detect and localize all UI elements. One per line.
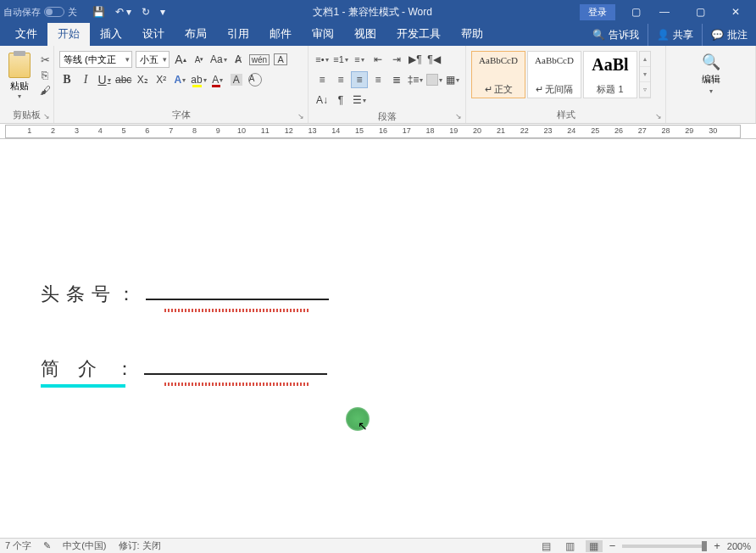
- decrease-indent-button[interactable]: ⇤: [370, 51, 386, 68]
- snap-to-grid-button[interactable]: ☰▾: [351, 92, 368, 109]
- clipboard-launcher-icon[interactable]: ↘: [42, 111, 52, 121]
- doc-line-1[interactable]: 头条号：: [41, 282, 329, 307]
- paste-button[interactable]: 粘贴 ▾: [5, 51, 34, 102]
- ruler-body[interactable]: 1234567891011121314151617181920212223242…: [5, 125, 741, 138]
- underline-field[interactable]: [144, 373, 327, 375]
- style-heading-1[interactable]: AaBl 标题 1: [583, 51, 637, 98]
- superscript-button[interactable]: X²: [153, 71, 169, 88]
- enclose-char-button[interactable]: A: [247, 71, 263, 88]
- zoom-percent[interactable]: 200%: [727, 541, 751, 551]
- tab-help[interactable]: 帮助: [451, 23, 493, 46]
- font-name-combo[interactable]: 等线 (中文正▾: [59, 51, 132, 68]
- spellcheck-status-icon[interactable]: ✎: [43, 540, 51, 551]
- login-button[interactable]: 登录: [580, 4, 615, 20]
- sort-button[interactable]: A↓: [314, 92, 331, 109]
- gallery-more-icon[interactable]: ▿: [640, 82, 650, 98]
- read-mode-button[interactable]: ▤: [538, 540, 555, 552]
- comments-button[interactable]: 💬 批注: [702, 24, 756, 46]
- underline-button[interactable]: U▾: [97, 71, 112, 88]
- rtl-button[interactable]: ¶◀: [425, 51, 442, 68]
- language-status[interactable]: 中文(中国): [63, 539, 106, 552]
- tab-insert[interactable]: 插入: [90, 23, 132, 46]
- styles-launcher-icon[interactable]: ↘: [653, 111, 664, 121]
- numbering-button[interactable]: ≡1▾: [332, 51, 349, 68]
- print-layout-button[interactable]: ▥: [562, 540, 579, 552]
- align-distribute-button[interactable]: ≣: [388, 71, 405, 88]
- shading-button[interactable]: ▾: [425, 71, 442, 88]
- tab-layout[interactable]: 布局: [175, 23, 217, 46]
- clear-format-button[interactable]: A̷: [231, 51, 246, 68]
- share-icon: 👤: [657, 29, 670, 41]
- share-button[interactable]: 👤 共享: [648, 24, 702, 46]
- ltr-button[interactable]: ▶¶: [407, 51, 424, 68]
- autosave-label: 自动保存: [3, 6, 41, 19]
- bullets-button[interactable]: ≡•▾: [314, 51, 331, 68]
- bold-button[interactable]: B: [59, 71, 75, 88]
- line-spacing-button[interactable]: ‡≡▾: [407, 71, 424, 88]
- tab-home[interactable]: 开始: [47, 23, 90, 46]
- style-no-spacing[interactable]: AaBbCcD ↵无间隔: [527, 51, 581, 98]
- zoom-out-button[interactable]: −: [609, 539, 616, 552]
- tab-design[interactable]: 设计: [132, 23, 175, 46]
- autosave-switch-icon[interactable]: [44, 7, 64, 17]
- tab-mailings[interactable]: 邮件: [259, 23, 302, 46]
- redo-icon[interactable]: ↻: [142, 6, 150, 18]
- tab-review[interactable]: 审阅: [302, 23, 344, 46]
- autosave-toggle[interactable]: 自动保存 关: [3, 6, 77, 19]
- align-center-button[interactable]: ≡: [332, 71, 349, 88]
- track-changes-status[interactable]: 修订: 关闭: [119, 539, 161, 552]
- subscript-button[interactable]: X₂: [135, 71, 150, 88]
- tab-view[interactable]: 视图: [344, 23, 386, 46]
- horizontal-ruler[interactable]: 1234567891011121314151617181920212223242…: [0, 124, 756, 139]
- maximize-button[interactable]: ▢: [683, 0, 717, 24]
- text-effects-button[interactable]: A▾: [172, 71, 187, 88]
- cut-icon[interactable]: ✂: [37, 53, 53, 66]
- word-count[interactable]: 7 个字: [5, 539, 31, 552]
- pinyin-guide-button[interactable]: wén: [249, 51, 270, 68]
- web-layout-button[interactable]: ▦: [586, 540, 603, 552]
- ribbon-display-options-icon[interactable]: ▢: [625, 2, 646, 22]
- gallery-down-icon[interactable]: ▾: [640, 67, 650, 82]
- italic-button[interactable]: I: [78, 71, 93, 88]
- close-button[interactable]: ✕: [719, 0, 753, 24]
- paragraph-launcher-icon[interactable]: ↘: [453, 111, 464, 121]
- align-left-button[interactable]: ≡: [314, 71, 331, 88]
- ruler-mark: 4: [98, 126, 103, 135]
- underline-field[interactable]: [146, 299, 329, 300]
- save-icon[interactable]: 💾: [92, 6, 105, 18]
- grow-font-button[interactable]: A▴: [173, 51, 188, 68]
- borders-button[interactable]: ▦▾: [444, 71, 461, 88]
- align-right-button[interactable]: ≡: [351, 71, 368, 88]
- undo-icon[interactable]: ↶ ▾: [115, 6, 131, 18]
- zoom-in-button[interactable]: +: [714, 539, 720, 552]
- minimize-button[interactable]: —: [648, 0, 681, 24]
- copy-icon[interactable]: ⎘: [37, 68, 53, 81]
- char-shading-button[interactable]: A: [229, 71, 244, 88]
- show-marks-button[interactable]: ¶: [332, 92, 349, 109]
- ruler-mark: 2: [51, 126, 55, 135]
- shrink-font-button[interactable]: A▾: [192, 51, 207, 68]
- font-size-combo[interactable]: 小五▾: [136, 51, 170, 68]
- font-launcher-icon[interactable]: ↘: [296, 111, 306, 121]
- multilevel-list-button[interactable]: ≡▾: [351, 51, 368, 68]
- doc-line-2[interactable]: 简 介 ：: [41, 356, 327, 382]
- align-justify-button[interactable]: ≡: [370, 71, 386, 88]
- zoom-slider[interactable]: [622, 545, 707, 548]
- char-border-button[interactable]: A: [273, 51, 288, 68]
- format-painter-icon[interactable]: 🖌: [37, 83, 53, 97]
- find-icon[interactable]: 🔍: [702, 53, 720, 71]
- tab-developer[interactable]: 开发工具: [386, 23, 451, 46]
- change-case-button[interactable]: Aa▾: [210, 51, 227, 68]
- highlight-button[interactable]: ab▾: [191, 71, 206, 88]
- tab-references[interactable]: 引用: [217, 23, 259, 46]
- document-area[interactable]: 头条号： 简 介 ： ↖: [0, 139, 756, 538]
- tell-me-search[interactable]: 🔍 告诉我: [584, 28, 648, 42]
- increase-indent-button[interactable]: ⇥: [388, 51, 405, 68]
- ruler-mark: 30: [709, 126, 717, 135]
- font-color-button[interactable]: A▾: [210, 71, 225, 88]
- strikethrough-button[interactable]: abc: [115, 71, 131, 88]
- tab-file[interactable]: 文件: [5, 23, 47, 46]
- style-normal[interactable]: AaBbCcD ↵正文: [471, 51, 525, 98]
- chevron-down-icon[interactable]: ▾: [709, 87, 713, 95]
- gallery-up-icon[interactable]: ▴: [640, 52, 650, 67]
